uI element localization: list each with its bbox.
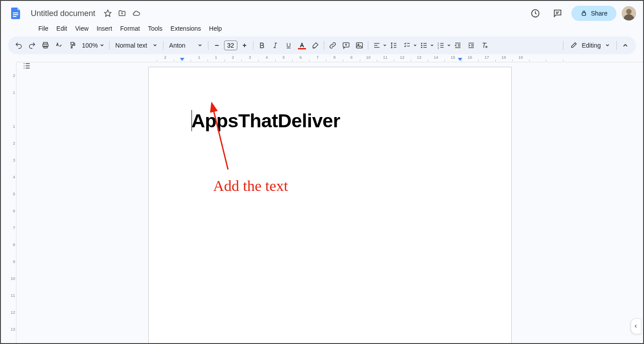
svg-rect-37 [423, 43, 427, 44]
share-button[interactable]: Share [571, 6, 616, 21]
redo-button[interactable] [26, 39, 38, 52]
bullet-list-button[interactable] [418, 39, 434, 52]
share-button-label: Share [591, 10, 607, 17]
paint-format-button[interactable] [66, 39, 78, 52]
svg-marker-3 [105, 10, 111, 16]
svg-rect-39 [423, 47, 427, 48]
move-folder-icon[interactable] [118, 9, 126, 17]
comment-history-icon[interactable] [549, 5, 566, 22]
horizontal-ruler[interactable]: 2112345678910111213141516171819 [16, 54, 643, 62]
menu-format[interactable]: Format [117, 23, 143, 34]
clear-formatting-button[interactable] [478, 39, 491, 52]
docs-logo-icon[interactable] [8, 5, 24, 21]
line-spacing-button[interactable] [387, 39, 400, 52]
svg-point-36 [421, 47, 422, 48]
svg-line-19 [274, 43, 276, 48]
decrease-indent-button[interactable] [452, 39, 464, 52]
document-page[interactable]: AppsThatDeliver Add the text [148, 67, 512, 343]
star-icon[interactable] [104, 9, 112, 17]
svg-rect-38 [423, 45, 427, 46]
svg-rect-2 [13, 16, 16, 17]
undo-button[interactable] [12, 39, 25, 52]
insert-link-button[interactable] [326, 39, 339, 52]
menu-view[interactable]: View [72, 23, 92, 34]
svg-text:3: 3 [437, 47, 439, 49]
numbered-list-button[interactable]: 123 [435, 39, 451, 52]
last-edit-icon[interactable] [527, 5, 544, 22]
highlight-button[interactable] [309, 39, 322, 52]
menu-extensions[interactable]: Extensions [167, 23, 204, 34]
menu-edit[interactable]: Edit [53, 23, 71, 34]
font-select[interactable]: Anton [166, 42, 206, 49]
zoom-value: 100% [82, 42, 98, 49]
underline-button[interactable] [282, 39, 295, 52]
svg-point-34 [421, 43, 422, 44]
insert-image-button[interactable] [353, 39, 366, 52]
document-title[interactable]: Untitled document [28, 8, 98, 19]
checklist-button[interactable] [401, 39, 417, 52]
font-size-increase[interactable] [238, 39, 251, 52]
italic-button[interactable] [269, 39, 281, 52]
menu-file[interactable]: File [35, 23, 52, 34]
align-button[interactable] [371, 39, 387, 52]
ruler-left-indent-marker[interactable] [180, 58, 184, 61]
paragraph-style-select[interactable]: Normal text [112, 42, 161, 49]
svg-rect-0 [13, 12, 18, 13]
svg-point-9 [626, 9, 632, 14]
menu-tools[interactable]: Tools [144, 23, 166, 34]
bold-button[interactable] [256, 39, 268, 52]
annotation-label: Add the text [213, 178, 288, 194]
user-avatar[interactable] [622, 6, 636, 20]
svg-rect-1 [13, 14, 18, 15]
side-panel-toggle[interactable] [631, 318, 641, 334]
collapse-toolbar-button[interactable] [619, 39, 632, 52]
font-value: Anton [169, 42, 186, 49]
editing-mode-label: Editing [582, 42, 601, 49]
toolbar: 100% Normal text Anton 123 [8, 36, 636, 54]
increase-indent-button[interactable] [465, 39, 477, 52]
spellcheck-button[interactable] [53, 39, 65, 52]
title-row: Untitled document S [8, 4, 636, 22]
font-size-decrease[interactable] [211, 39, 223, 52]
svg-point-35 [421, 45, 422, 46]
menu-help[interactable]: Help [205, 23, 225, 34]
text-color-button[interactable] [296, 42, 308, 49]
svg-rect-7 [582, 13, 586, 16]
vertical-ruler[interactable]: 2112345678910111213 [1, 62, 16, 343]
editing-mode-button[interactable]: Editing [566, 42, 614, 49]
cloud-status-icon[interactable] [132, 9, 140, 17]
document-heading-text: AppsThatDeliver [192, 110, 340, 131]
print-button[interactable] [39, 39, 52, 52]
menubar: File Edit View Insert Format Tools Exten… [8, 22, 636, 36]
font-size-input[interactable] [224, 40, 237, 50]
insert-comment-button[interactable] [340, 39, 352, 52]
paragraph-style-value: Normal text [115, 42, 147, 49]
zoom-select[interactable]: 100% [79, 42, 107, 49]
menu-insert[interactable]: Insert [93, 23, 116, 34]
